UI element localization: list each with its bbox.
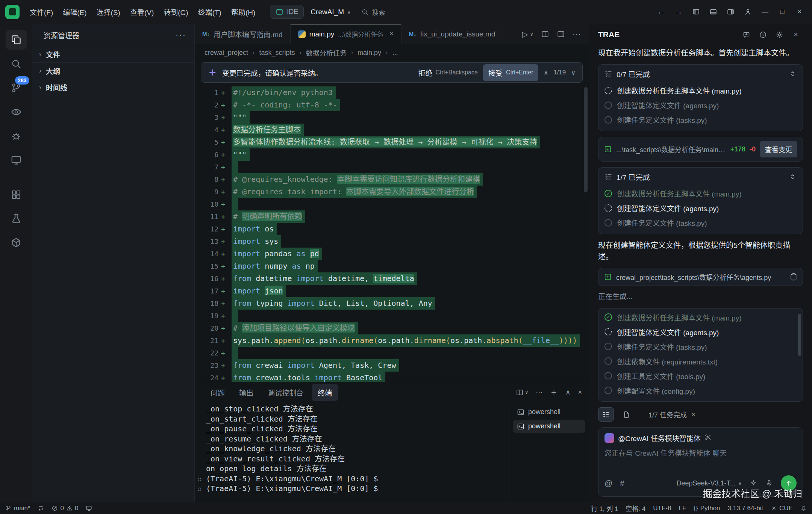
menu-item-3[interactable]: 查看(V) <box>125 4 159 20</box>
code-line-16[interactable]: 16+from datetime import datetime, timede… <box>195 272 589 285</box>
maximize-button[interactable]: □ <box>774 4 791 20</box>
terminal-profile-button[interactable]: ∨ <box>516 389 529 396</box>
menu-item-0[interactable]: 文件(F) <box>25 4 58 20</box>
breadcrumb-item-4[interactable]: ... <box>392 49 398 57</box>
toggle-sidebar-button[interactable] <box>687 4 704 20</box>
breadcrumb-item-3[interactable]: main.py <box>358 49 381 57</box>
project-switcher[interactable]: CrewAI_M ∨ <box>311 8 351 16</box>
code-line-17[interactable]: 17+import json <box>195 285 589 297</box>
bell-icon[interactable] <box>800 505 807 511</box>
nav-back-button[interactable]: ← <box>653 4 670 20</box>
toggle-secondary-sidebar-button[interactable] <box>722 4 739 20</box>
code-line-20[interactable]: 20+# 添加项目路径以便导入自定义模块 <box>195 322 589 334</box>
activity-search[interactable] <box>6 54 27 74</box>
editor-tab-1[interactable]: main.py...\数据分析任务× <box>291 24 401 44</box>
activity-testing[interactable] <box>6 209 27 228</box>
assistant-settings-button[interactable] <box>772 27 786 42</box>
code-line-12[interactable]: 12+import os <box>195 223 589 235</box>
todo-item[interactable]: 创建配置文件 (config.py) <box>598 383 803 398</box>
code-line-14[interactable]: 14+import pandas as pd <box>195 248 589 260</box>
menu-item-1[interactable]: 编辑(E) <box>58 4 91 20</box>
code-line-24[interactable]: 24+from crewai.tools import BaseTool <box>195 372 589 382</box>
history-button[interactable] <box>756 27 770 42</box>
nav-forward-button[interactable]: → <box>670 4 687 20</box>
maximize-panel-button[interactable]: ∧ <box>565 388 570 396</box>
menu-item-5[interactable]: 终端(T) <box>193 4 226 20</box>
menu-item-6[interactable]: 帮助(H) <box>226 4 260 20</box>
todo-item[interactable]: 创建工具定义文件 (tools.py) <box>598 369 803 383</box>
todo-item[interactable]: 创建数据分析任务主脚本文件 (main.py) <box>598 83 803 98</box>
python-version-status[interactable]: 3.13.7 64-bit <box>728 505 764 512</box>
code-line-23[interactable]: 23+from crewai import Agent, Task, Crew <box>195 359 589 372</box>
indent-status[interactable]: 空格: 4 <box>626 503 645 513</box>
activity-extensions[interactable] <box>6 185 27 204</box>
activity-preview[interactable] <box>6 102 27 122</box>
next-change-button[interactable]: ∨ <box>571 69 576 76</box>
view-changes-button[interactable]: 查看变更 <box>760 141 797 157</box>
breadcrumb[interactable]: crewai_project›task_scripts›数据分析任务›main.… <box>195 44 589 61</box>
activity-explorer[interactable] <box>6 30 27 50</box>
editor-tab-2[interactable]: M↓fix_ui_update_issue.md <box>401 24 503 44</box>
code-line-2[interactable]: 2+# -*- coding: utf-8 -*- <box>195 99 589 111</box>
todo-item[interactable]: ✓创建数据分析任务主脚本文件 (main.py) <box>598 310 803 325</box>
eol-status[interactable]: LF <box>679 505 686 512</box>
more-editor-actions-button[interactable]: ··· <box>573 30 581 38</box>
code-line-22[interactable]: 22+ <box>195 347 589 359</box>
sync-status[interactable] <box>38 505 44 511</box>
titlebar-search[interactable]: 搜索 <box>361 7 385 17</box>
accept-button[interactable]: 接受Ctrl+Enter <box>483 64 538 81</box>
sidebar-section-1[interactable]: ›大纲 <box>32 62 194 79</box>
close-assistant-button[interactable]: × <box>789 27 803 42</box>
close-task-bar-button[interactable]: × <box>691 411 695 419</box>
encoding-status[interactable]: UTF-8 <box>653 505 671 512</box>
code-line-6[interactable]: 6+""" <box>195 148 589 161</box>
todo-item[interactable]: 创建智能体定义文件 (agents.py) <box>598 98 803 112</box>
new-chat-button[interactable] <box>739 27 753 42</box>
panel-tab-2[interactable]: 调试控制台 <box>262 384 309 401</box>
todo-card-header[interactable]: 1/7 已完成 <box>598 168 803 184</box>
breadcrumb-item-2[interactable]: 数据分析任务 <box>306 48 347 57</box>
code-line-19[interactable]: 19+ <box>195 310 589 322</box>
panel-more-button[interactable]: ··· <box>536 389 542 396</box>
code-line-10[interactable]: 10+ <box>195 198 589 210</box>
code-line-18[interactable]: 18+from typing import Dict, List, Option… <box>195 297 589 310</box>
sidebar-section-0[interactable]: ›文件 <box>32 46 194 62</box>
new-terminal-icon[interactable] <box>550 389 558 396</box>
mention-button[interactable]: @ <box>604 479 612 488</box>
todo-item[interactable]: 创建任务定义文件 (tasks.py) <box>598 215 803 230</box>
task-file-button[interactable] <box>618 407 634 422</box>
ide-mode-badge[interactable]: IDE <box>270 5 304 19</box>
problems-status[interactable]: 0 0 <box>52 505 78 512</box>
activity-packages[interactable] <box>6 233 27 252</box>
code-editor[interactable]: 1+#!/usr/bin/env python32+# -*- coding: … <box>195 86 589 382</box>
screencast-status[interactable] <box>86 505 92 511</box>
code-line-8[interactable]: 8+# @requires_knowledge: 本脚本需要访问知识库进行数据分… <box>195 173 589 186</box>
menu-item-2[interactable]: 选择(S) <box>92 4 125 20</box>
cursor-position[interactable]: 行 1, 列 1 <box>591 503 618 513</box>
close-panel-button[interactable]: × <box>578 389 582 396</box>
code-line-5[interactable]: 5+多智能体协作数据分析流水线: 数据获取 → 数据处理 → 分析建模 → 可视… <box>195 136 589 148</box>
panel-tab-1[interactable]: 输出 <box>233 384 259 401</box>
todo-item[interactable]: ✓创建数据分析任务主脚本文件 (main.py) <box>598 186 803 201</box>
todo-item[interactable]: 创建依赖文件 (requirements.txt) <box>598 354 803 369</box>
close-window-button[interactable]: × <box>791 4 808 20</box>
todo-item[interactable]: 创建智能体定义文件 (agents.py) <box>598 201 803 215</box>
editor-tab-0[interactable]: M↓用户脚本编写指南.md <box>195 24 291 44</box>
trae-logo-icon[interactable] <box>5 5 20 19</box>
minimize-button[interactable]: — <box>756 4 774 20</box>
editor-scrollbar[interactable] <box>584 87 588 192</box>
scrollbar-thumb[interactable] <box>798 314 801 356</box>
code-line-1[interactable]: 1+#!/usr/bin/env python3 <box>195 86 589 99</box>
activity-debug[interactable] <box>6 126 27 146</box>
todo-card-header[interactable]: 0/7 已完成 <box>598 65 803 82</box>
code-line-3[interactable]: 3+""" <box>195 111 589 124</box>
code-line-13[interactable]: 13+import sys <box>195 235 589 248</box>
sidebar-more-button[interactable]: ··· <box>176 30 186 40</box>
breadcrumb-item-0[interactable]: crewai_project <box>205 49 248 57</box>
todo-list-toggle-button[interactable] <box>598 407 614 422</box>
activity-source-control[interactable]: 283 <box>6 78 27 98</box>
topic-button[interactable]: # <box>620 479 624 488</box>
close-tab-icon[interactable]: × <box>389 30 394 38</box>
code-line-21[interactable]: 21+sys.path.append(os.path.dirname(os.pa… <box>195 334 589 347</box>
split-editor-icon[interactable] <box>541 30 549 38</box>
